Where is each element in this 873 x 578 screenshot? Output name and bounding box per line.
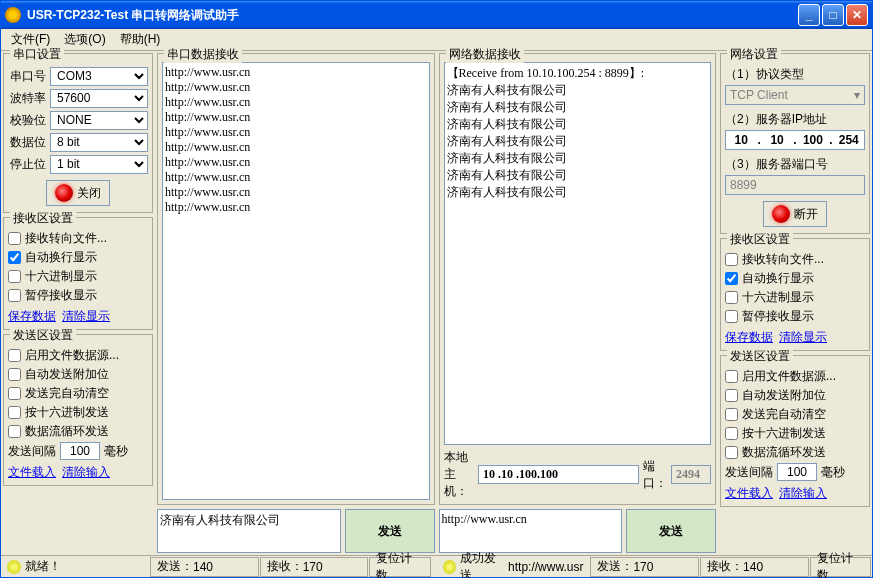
send-clearafter-checkbox[interactable] xyxy=(8,387,21,400)
databits-select[interactable]: 8 bit xyxy=(50,133,148,152)
nrecv-save-link[interactable]: 保存数据 xyxy=(725,329,773,346)
titlebar: USR-TCP232-Test 串口转网络调试助手 _ □ ✕ xyxy=(1,1,872,29)
nrecv-to-file-checkbox[interactable] xyxy=(725,253,738,266)
send-clearinput-link[interactable]: 清除输入 xyxy=(62,464,110,481)
send-from-file-checkbox[interactable] xyxy=(8,349,21,362)
server-ip-input[interactable]: 10. 10. 100. 254 xyxy=(725,130,865,150)
net-recv-panel: 网络数据接收 【Receive from 10.10.100.254 : 889… xyxy=(439,53,717,505)
baud-select[interactable]: 57600 xyxy=(50,89,148,108)
serial-settings-group: 串口设置 串口号COM3 波特率57600 校验位NONE 数据位8 bit 停… xyxy=(3,53,153,213)
send-hex-checkbox[interactable] xyxy=(8,406,21,419)
local-port-input xyxy=(671,465,711,484)
nsend-clearafter-checkbox[interactable] xyxy=(725,408,738,421)
nsend-hex-checkbox[interactable] xyxy=(725,427,738,440)
maximize-button[interactable]: □ xyxy=(822,4,844,26)
bulb-icon xyxy=(7,560,21,574)
app-icon xyxy=(5,7,21,23)
serial-close-button[interactable]: 关闭 xyxy=(46,180,110,206)
parity-select[interactable]: NONE xyxy=(50,111,148,130)
record-icon xyxy=(55,184,73,202)
net-send-opts: 发送区设置 启用文件数据源... 自动发送附加位 发送完自动清空 按十六进制发送… xyxy=(720,355,870,507)
serial-send-button[interactable]: 发送 xyxy=(345,509,435,553)
nrecv-autowrap-checkbox[interactable] xyxy=(725,272,738,285)
minimize-button[interactable]: _ xyxy=(798,4,820,26)
net-settings-group: 网络设置 （1）协议类型 TCP Client▾ （2）服务器IP地址 10. … xyxy=(720,53,870,234)
net-reset-count-button[interactable]: 复位计数 xyxy=(810,557,871,577)
menu-options[interactable]: 选项(O) xyxy=(58,29,111,50)
com-port-select[interactable]: COM3 xyxy=(50,67,148,86)
nrecv-clear-link[interactable]: 清除显示 xyxy=(779,329,827,346)
send-interval-input[interactable] xyxy=(60,442,100,460)
send-autoextra-checkbox[interactable] xyxy=(8,368,21,381)
serial-recv-opts: 接收区设置 接收转向文件... 自动换行显示 十六进制显示 暂停接收显示 保存数… xyxy=(3,217,153,330)
server-port-input: 8899 xyxy=(725,175,865,195)
net-recv-text[interactable]: 【Receive from 10.10.100.254 : 8899】: 济南有… xyxy=(444,62,712,445)
nsend-loop-checkbox[interactable] xyxy=(725,446,738,459)
recv-save-link[interactable]: 保存数据 xyxy=(8,308,56,325)
serial-recv-panel: 串口数据接收 http://www.usr.cn http://www.usr.… xyxy=(157,53,435,505)
status-ready: 就绪！ xyxy=(25,558,61,575)
nsend-loadfile-link[interactable]: 文件载入 xyxy=(725,485,773,502)
nrecv-pause-checkbox[interactable] xyxy=(725,310,738,323)
nsend-clearinput-link[interactable]: 清除输入 xyxy=(779,485,827,502)
send-loadfile-link[interactable]: 文件载入 xyxy=(8,464,56,481)
serial-reset-count-button[interactable]: 复位计数 xyxy=(369,557,430,577)
local-host-input[interactable] xyxy=(478,465,639,484)
serial-recv-text[interactable]: http://www.usr.cn http://www.usr.cn http… xyxy=(162,62,430,500)
nrecv-hex-checkbox[interactable] xyxy=(725,291,738,304)
close-button[interactable]: ✕ xyxy=(846,4,868,26)
protocol-select[interactable]: TCP Client▾ xyxy=(725,85,865,105)
nsend-autoextra-checkbox[interactable] xyxy=(725,389,738,402)
record-icon xyxy=(772,205,790,223)
recv-autowrap-checkbox[interactable] xyxy=(8,251,21,264)
menu-help[interactable]: 帮助(H) xyxy=(114,29,167,50)
serial-send-input[interactable]: 济南有人科技有限公司 xyxy=(157,509,341,553)
serial-send-opts: 发送区设置 启用文件数据源... 自动发送附加位 发送完自动清空 按十六进制发送… xyxy=(3,334,153,486)
nsend-from-file-checkbox[interactable] xyxy=(725,370,738,383)
net-disconnect-button[interactable]: 断开 xyxy=(763,201,827,227)
recv-pause-checkbox[interactable] xyxy=(8,289,21,302)
recv-hex-checkbox[interactable] xyxy=(8,270,21,283)
nsend-interval-input[interactable] xyxy=(777,463,817,481)
window-title: USR-TCP232-Test 串口转网络调试助手 xyxy=(27,7,798,24)
send-loop-checkbox[interactable] xyxy=(8,425,21,438)
recv-to-file-checkbox[interactable] xyxy=(8,232,21,245)
net-recv-opts: 接收区设置 接收转向文件... 自动换行显示 十六进制显示 暂停接收显示 保存数… xyxy=(720,238,870,351)
net-send-button[interactable]: 发送 xyxy=(626,509,716,553)
recv-clear-link[interactable]: 清除显示 xyxy=(62,308,110,325)
net-send-input[interactable]: http://www.usr.cn xyxy=(439,509,623,553)
stopbits-select[interactable]: 1 bit xyxy=(50,155,148,174)
bulb-icon xyxy=(443,560,456,574)
statusbar: 就绪！ 发送：140 接收：170 复位计数 成功发送 http://www.u… xyxy=(1,555,872,577)
